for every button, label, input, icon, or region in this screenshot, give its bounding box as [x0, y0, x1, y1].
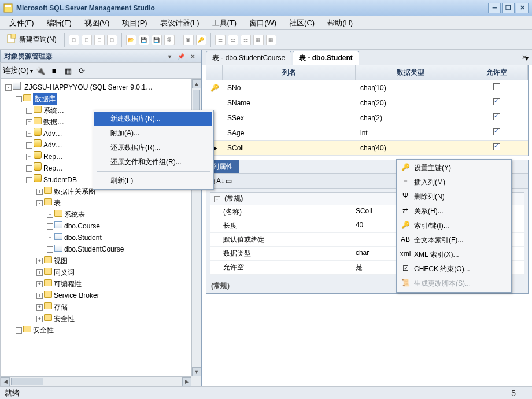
cell-datatype[interactable]: char(10) — [356, 84, 466, 92]
panel-close-icon[interactable]: ✕ — [188, 52, 197, 60]
menu-item[interactable]: ☑CHECK 约束(O)... — [398, 262, 510, 276]
menu-item[interactable]: 🔑索引/键(I)... — [398, 219, 510, 233]
rep2-node[interactable]: Rep… — [42, 162, 65, 174]
grid-row[interactable]: SAgeint — [206, 125, 528, 141]
scroll-left-icon[interactable]: ◀ — [1, 377, 10, 386]
toolbar-icon-d[interactable]: ▦ — [253, 35, 264, 45]
toolbar-icon-4[interactable]: □ — [107, 35, 117, 45]
synonyms-node[interactable]: 同义词 — [52, 267, 76, 278]
toolbar-icon-e[interactable]: ▦ — [266, 35, 276, 45]
panel-dropdown-icon[interactable]: ▾ — [165, 52, 174, 60]
panel-pin-icon[interactable]: 📌 — [176, 52, 186, 60]
menu-item[interactable]: Ψ删除列(N) — [398, 190, 510, 204]
menu-item[interactable]: 新建数据库(N)... — [94, 112, 212, 126]
toolbar-icon-save[interactable]: 💾 — [139, 35, 149, 45]
toolbar-icon-b[interactable]: ☳ — [228, 35, 238, 45]
db-security-node[interactable]: 安全性 — [52, 313, 76, 324]
cell-colname[interactable]: SAge — [223, 129, 356, 137]
server-node[interactable]: ZJGSU-HAPPYYOU (SQL Server 9.0.1… — [23, 82, 154, 93]
menu-item[interactable]: ≡插入列(M) — [398, 175, 510, 190]
cell-colname[interactable]: SSex — [223, 114, 356, 122]
servicebroker-node[interactable]: Service Broker — [52, 290, 101, 301]
scroll-right-icon[interactable]: ▶ — [182, 377, 191, 386]
views-node[interactable]: 视图 — [52, 255, 69, 267]
menu-item[interactable]: 附加(A)... — [94, 126, 212, 141]
grid-row[interactable]: ▶SCollchar(40) — [206, 141, 528, 156]
tab-close-icon[interactable]: ✕ — [522, 53, 527, 61]
menu-item[interactable]: 刷新(F) — [94, 173, 212, 188]
storage-node[interactable]: 存储 — [52, 301, 69, 313]
allow-null-checkbox[interactable] — [493, 143, 500, 150]
rep1-node[interactable]: Rep… — [42, 151, 65, 162]
cell-datatype[interactable]: char(2) — [356, 114, 466, 122]
table-course-node[interactable]: dbo.Course — [62, 220, 102, 232]
sysdb-node[interactable]: 系统… — [42, 105, 66, 116]
tab-studentcourse[interactable]: 表 - dbo.StudentCourse — [206, 51, 291, 65]
menu-tools[interactable]: 工具(T) — [206, 17, 243, 29]
connect-icon-2[interactable]: ■ — [48, 64, 61, 77]
tab-student[interactable]: 表 - dbo.Student — [293, 51, 359, 65]
new-query-button[interactable]: 新建查询(N) — [2, 32, 61, 47]
cell-colname[interactable]: SColl — [223, 144, 356, 152]
menu-item[interactable]: xmlXML 索引(X)... — [398, 247, 510, 262]
menu-edit[interactable]: 编辑(E) — [41, 17, 77, 29]
menu-project[interactable]: 项目(P) — [116, 17, 153, 29]
menu-item[interactable]: AB全文本索引(F)... — [398, 233, 510, 247]
menu-item[interactable]: 还原数据库(R)... — [94, 141, 212, 155]
menu-item[interactable]: 还原文件和文件组(R)... — [94, 155, 212, 169]
close-window-button[interactable]: ✕ — [516, 3, 529, 13]
grid-row[interactable]: SSexchar(2) — [206, 110, 528, 125]
table-student-node[interactable]: dbo.Student — [62, 232, 104, 243]
menu-help[interactable]: 帮助(H) — [322, 17, 359, 29]
toolbar-icon-2[interactable]: □ — [82, 35, 92, 45]
grid-row[interactable]: SNamechar(20) — [206, 95, 528, 110]
allow-null-checkbox[interactable] — [493, 128, 500, 135]
prop-az-icon[interactable]: A↓ — [216, 177, 224, 185]
cell-datatype[interactable]: int — [356, 129, 466, 137]
menu-window[interactable]: 窗口(W) — [243, 17, 282, 29]
toolbar-icon-script[interactable]: ▣ — [183, 35, 194, 45]
grid-row[interactable]: 🔑SNochar(10) — [206, 80, 528, 95]
menu-file[interactable]: 文件(F) — [3, 17, 40, 29]
toolbar-icon-c[interactable]: ☷ — [241, 35, 251, 45]
header-datatype[interactable]: 数据类型 — [356, 65, 466, 80]
adv2-node[interactable]: Adv… — [42, 139, 64, 151]
toolbar-icon-1[interactable]: □ — [69, 35, 79, 45]
toolbar-icon-3[interactable]: □ — [94, 35, 105, 45]
toolbar-icon-key[interactable]: 🔑 — [196, 35, 206, 45]
toolbar-icon-a[interactable]: ☰ — [215, 35, 226, 45]
allow-null-checkbox[interactable] — [493, 83, 500, 90]
cell-colname[interactable]: SNo — [223, 84, 356, 92]
adv1-node[interactable]: Adv… — [42, 128, 64, 139]
table-studentcourse-node[interactable]: dbo.StudentCourse — [62, 243, 125, 255]
minimize-button[interactable]: ━ — [488, 3, 501, 13]
scroll-up-icon[interactable]: ▲ — [192, 79, 201, 88]
tree-hscroll[interactable]: ◀ ▶ — [1, 376, 191, 386]
diagrams-node[interactable]: 数据库关系图 — [52, 186, 97, 197]
systables-node[interactable]: 系统表 — [62, 209, 87, 220]
header-colname[interactable]: 列名 — [223, 65, 356, 80]
toolbar-icon-saveall[interactable]: 💾 — [152, 35, 162, 45]
connect-icon-4[interactable]: ⟳ — [76, 64, 88, 77]
allow-null-checkbox[interactable] — [493, 113, 500, 120]
toolbar-icon-print[interactable]: 🗐 — [164, 35, 175, 45]
connect-label[interactable]: 连接(O) — [3, 65, 29, 76]
databases-node[interactable]: 数据库 — [33, 93, 57, 105]
connect-icon-1[interactable]: 🔌 — [34, 64, 47, 77]
cell-datatype[interactable]: char(20) — [356, 99, 466, 107]
dbsnap-node[interactable]: 数据… — [42, 116, 66, 128]
menu-tabledesigner[interactable]: 表设计器(L) — [154, 17, 205, 29]
vscroll-thumb[interactable] — [193, 90, 200, 113]
allow-null-checkbox[interactable] — [493, 98, 500, 105]
scroll-down-icon[interactable]: ▼ — [192, 367, 201, 376]
programmability-node[interactable]: 可编程性 — [52, 278, 83, 290]
header-allownull[interactable]: 允许空 — [466, 65, 528, 80]
menu-item[interactable]: 🔑设置主键(Y) — [398, 161, 510, 175]
connect-icon-3[interactable]: ▦ — [62, 64, 75, 77]
cell-colname[interactable]: SName — [223, 99, 356, 107]
studentdb-node[interactable]: StudentDB — [42, 174, 79, 186]
menu-community[interactable]: 社区(C) — [283, 17, 320, 29]
server-security-node[interactable]: 安全性 — [31, 324, 56, 336]
hscroll-thumb[interactable] — [11, 378, 43, 385]
menu-item[interactable]: ⇄关系(H)... — [398, 204, 510, 219]
